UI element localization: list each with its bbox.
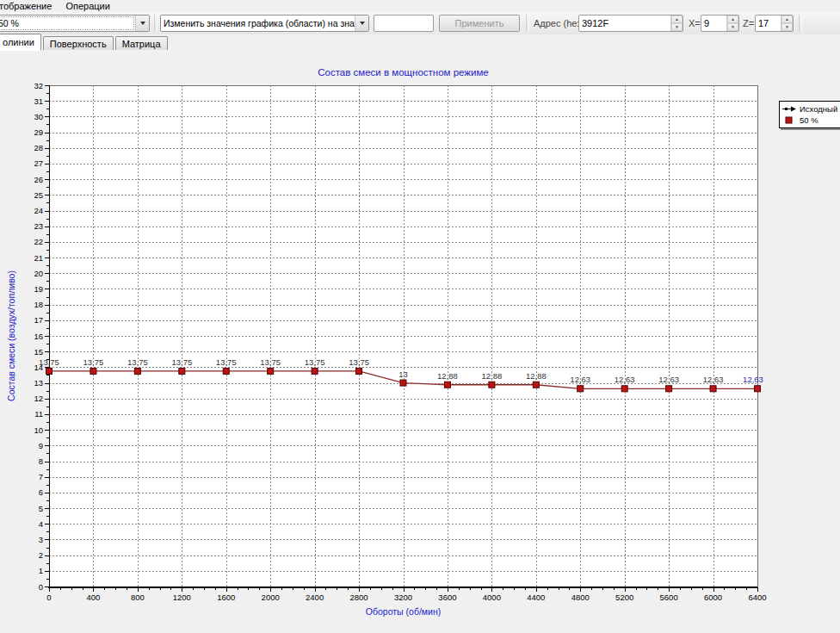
spinner-down-icon[interactable]: ▼ <box>781 23 793 31</box>
x-tick-label: 5600 <box>660 593 678 602</box>
y-tick-label: 12 <box>34 394 43 403</box>
y-tick-label: 2 <box>39 550 43 560</box>
y-tick-label: 31 <box>34 96 43 106</box>
y-tick-label: 32 <box>34 81 43 90</box>
y-tick-label: 15 <box>34 347 43 357</box>
x-tick-label: 6400 <box>748 593 766 602</box>
data-point-marker[interactable] <box>710 386 716 392</box>
x-tick-label: 1200 <box>173 593 191 602</box>
chevron-down-icon[interactable] <box>355 16 368 31</box>
y-tick-label: 7 <box>39 472 43 481</box>
x-tick-label: 4400 <box>527 593 545 602</box>
legend-item-50pct: 50 % <box>782 115 837 125</box>
point-label: 13,75 <box>39 357 59 367</box>
y-tick-label: 24 <box>34 206 43 215</box>
x-label: X= <box>689 15 701 32</box>
point-label: 12,63 <box>703 375 724 384</box>
y-tick-label: 0 <box>39 582 43 592</box>
data-point-marker[interactable] <box>179 368 185 374</box>
data-point-marker[interactable] <box>356 368 362 374</box>
tab-bar: олинии Поверхность Матрица <box>0 34 840 51</box>
y-tick-label: 20 <box>34 269 43 278</box>
tab-surface[interactable]: Поверхность <box>43 36 114 50</box>
address-spinner[interactable]: ▲ ▼ <box>670 16 682 31</box>
toolbar-separator <box>526 15 529 32</box>
legend-label: Исходный <box>800 104 837 114</box>
point-label: 13,75 <box>260 357 281 367</box>
x-tick-label: 5200 <box>615 593 633 602</box>
data-point-marker[interactable] <box>223 368 229 374</box>
x-tick-label: 2800 <box>349 593 368 602</box>
y-tick-label: 19 <box>34 284 43 294</box>
percent-dropdown[interactable]: 50 % <box>0 15 150 32</box>
spinner-down-icon[interactable]: ▼ <box>671 23 682 31</box>
y-tick-label: 5 <box>39 504 43 513</box>
data-point-marker[interactable] <box>134 368 140 374</box>
toolbar-separator <box>799 15 802 32</box>
chevron-down-icon[interactable] <box>135 16 149 31</box>
spinner-up-icon[interactable]: ▲ <box>671 16 682 23</box>
y-tick-label: 16 <box>34 332 43 341</box>
data-point-marker[interactable] <box>621 386 627 392</box>
data-point-marker[interactable] <box>312 368 318 374</box>
data-point-marker[interactable] <box>46 368 52 374</box>
point-label: 13,75 <box>83 357 104 367</box>
z-label: Z= <box>743 15 754 32</box>
data-point-marker[interactable] <box>578 386 584 392</box>
y-tick-label: 10 <box>34 425 43 435</box>
value-input[interactable] <box>374 16 433 32</box>
y-tick-label: 6 <box>39 487 43 497</box>
spinner-up-icon[interactable]: ▲ <box>781 16 793 23</box>
point-label: 13,75 <box>171 357 192 367</box>
data-point-marker[interactable] <box>533 382 539 388</box>
x-input[interactable]: 9 ▲ ▼ <box>701 15 739 32</box>
y-tick-label: 18 <box>34 300 43 309</box>
y-tick-label: 28 <box>34 143 43 152</box>
x-tick-label: 6000 <box>704 593 722 602</box>
data-point-marker[interactable] <box>489 382 495 388</box>
y-tick-label: 4 <box>39 519 43 529</box>
y-tick-label: 11 <box>34 409 43 419</box>
point-label: 12,88 <box>526 371 547 381</box>
chart-title: Состав смеси в мощностном режиме <box>318 67 488 78</box>
y-tick-label: 30 <box>34 112 43 121</box>
data-point-marker[interactable] <box>268 368 274 374</box>
menu-item-operations[interactable]: Операции <box>59 0 116 12</box>
data-point-marker[interactable] <box>90 368 96 374</box>
y-tick-label: 22 <box>34 237 43 246</box>
data-point-marker[interactable] <box>444 382 450 388</box>
address-input[interactable]: 3912F ▲ ▼ <box>578 15 683 32</box>
data-point-marker[interactable] <box>666 386 672 392</box>
x-tick-label: 3200 <box>394 593 412 602</box>
toolbar: 50 % Изменить значения графика (области)… <box>0 12 840 35</box>
y-tick-label: 27 <box>34 158 43 168</box>
point-label: 12,63 <box>570 375 590 384</box>
data-point-marker[interactable] <box>400 380 406 386</box>
action-dropdown[interactable]: Изменить значения графика (области) на з… <box>160 15 369 32</box>
z-input[interactable]: 17 ▲ ▼ <box>755 15 794 32</box>
point-label: 13 <box>398 369 408 379</box>
point-label: 12,63 <box>615 375 635 384</box>
z-spinner[interactable]: ▲ ▼ <box>781 16 793 31</box>
x-tick-label: 400 <box>87 593 101 602</box>
red-square-marker-icon <box>782 116 797 124</box>
spinner-down-icon[interactable]: ▼ <box>727 23 738 31</box>
y-axis-title: Состав смеси (воздух/топливо) <box>6 270 16 401</box>
x-tick-label: 0 <box>46 593 51 602</box>
data-point-marker[interactable] <box>755 386 761 392</box>
x-spinner[interactable]: ▲ ▼ <box>726 16 738 31</box>
tab-isolines[interactable]: олинии <box>0 34 41 51</box>
tab-matrix[interactable]: Матрица <box>115 36 168 50</box>
toolbar-separator <box>154 15 158 32</box>
point-label: 12,88 <box>437 371 458 381</box>
chart-area: 0123456789101112131415161718192021222324… <box>0 50 840 633</box>
spinner-up-icon[interactable]: ▲ <box>727 16 738 23</box>
menu-item-display[interactable]: тображение <box>0 0 59 12</box>
x-tick-label: 4800 <box>571 593 590 602</box>
x-tick-label: 3600 <box>438 593 456 602</box>
address-label: Адрес (hex) <box>534 15 585 32</box>
mixture-chart[interactable]: 0123456789101112131415161718192021222324… <box>0 50 840 633</box>
z-value: 17 <box>756 16 781 31</box>
apply-button[interactable]: Применить <box>439 15 520 32</box>
arrow-line-marker-icon <box>782 105 797 113</box>
